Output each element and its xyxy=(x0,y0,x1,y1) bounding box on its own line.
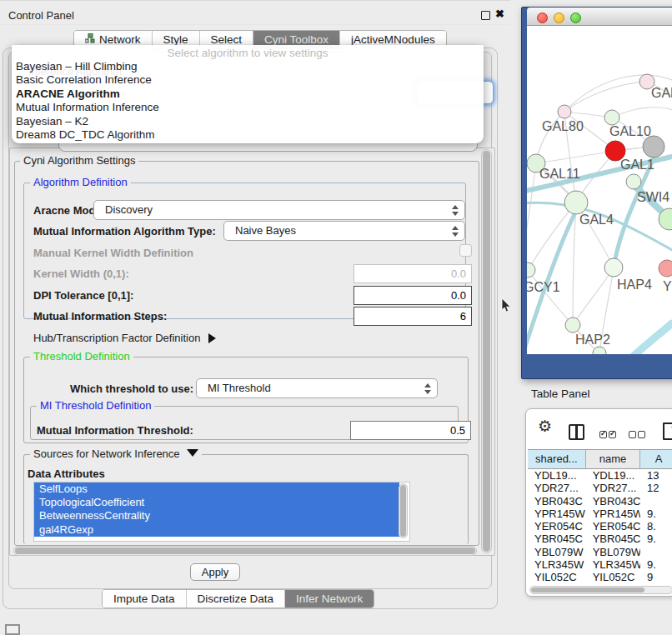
column-header[interactable]: name xyxy=(586,450,640,468)
hub-definition-label: Hub/Transcription Factor Definition xyxy=(33,332,200,344)
column-header[interactable]: shared... xyxy=(528,450,586,468)
node-label: GAL80 xyxy=(542,119,584,133)
network-node-hap2[interactable] xyxy=(565,318,580,332)
table-row[interactable]: YBR045CYBR045C9. xyxy=(528,532,672,545)
dpi-tolerance-input[interactable]: 0.0 xyxy=(354,286,472,305)
mi-steps-input[interactable]: 6 xyxy=(354,307,472,326)
dpi-tolerance-label: DPI Tolerance [0,1]: xyxy=(33,289,133,302)
column-header[interactable]: A xyxy=(640,450,672,468)
split-panel-icon[interactable] xyxy=(569,424,584,440)
manual-kernel-width-checkbox[interactable] xyxy=(459,244,472,257)
collapsed-arrow-icon xyxy=(208,333,216,343)
table-cell: YER054C xyxy=(528,520,586,532)
combo-stepper-icon xyxy=(424,382,431,395)
network-node-gal80[interactable] xyxy=(558,105,571,118)
network-node[interactable] xyxy=(643,136,664,158)
table-cell: YBL079W xyxy=(586,546,640,558)
mi-threshold-definition-label: MI Threshold Definition xyxy=(37,400,154,412)
manual-kernel-width-label: Manual Kernel Width Definition xyxy=(33,247,193,259)
table-horizontal-scrollbar[interactable] xyxy=(529,586,672,594)
table-cell: YBR043C xyxy=(586,495,640,508)
table-row[interactable]: YIL052CYIL052C9 xyxy=(528,571,672,583)
table-row[interactable]: YBL079WYBL079W xyxy=(528,546,672,558)
table-cell: YIL052C xyxy=(528,571,586,583)
table-cell: YDR27... xyxy=(528,482,586,494)
network-canvas[interactable]: GALGAL80GAL10GAL1GAL11SWI4GAL4GCY1HAP4YH… xyxy=(527,26,672,354)
table-cell: YLR345W xyxy=(586,558,640,571)
table-cell: YDL19... xyxy=(528,469,586,482)
minimized-panel-icon[interactable] xyxy=(5,624,20,635)
table-cell: 9. xyxy=(640,508,672,520)
table-cell: 13 xyxy=(640,469,672,482)
node-label: GCY1 xyxy=(527,280,560,294)
float-window-icon[interactable] xyxy=(481,11,490,20)
table-cell: YBL079W xyxy=(528,546,586,558)
export-table-icon[interactable] xyxy=(663,422,672,440)
attributes-scrollbar[interactable] xyxy=(399,483,408,538)
algorithm-option[interactable]: ARACNE Algorithm xyxy=(12,88,484,101)
data-attribute-item[interactable]: gal4RGexp xyxy=(34,523,399,537)
table-row[interactable]: YDL19...YDL19...13 xyxy=(528,469,672,482)
algorithm-option[interactable]: Bayesian – K2 xyxy=(12,115,484,128)
desktop: Control Panel ✖ NetworkStyleSelectCyni T… xyxy=(0,0,672,635)
close-traffic-light-icon[interactable] xyxy=(537,12,548,23)
mi-algorithm-type-combobox[interactable]: Naive Bayes xyxy=(223,221,465,241)
network-node[interactable] xyxy=(593,347,606,354)
table-cell xyxy=(640,546,672,558)
cyni-algorithm-settings-label: Cyni Algorithm Settings xyxy=(20,155,138,167)
data-attribute-item[interactable]: TopologicalCoefficient xyxy=(34,496,399,509)
tab-discretize-data[interactable]: Discretize Data xyxy=(187,590,286,608)
minimize-traffic-light-icon[interactable] xyxy=(554,12,564,23)
table-row[interactable]: YPR145WYPR145W9. xyxy=(528,508,672,520)
table-cell: 9. xyxy=(640,532,672,545)
apply-button[interactable]: Apply xyxy=(190,563,240,581)
kernel-width-input[interactable]: 0.0 xyxy=(354,264,472,283)
settings-vertical-scrollbar[interactable] xyxy=(481,149,492,553)
data-attribute-item[interactable]: BetweennessCentrality xyxy=(34,509,399,522)
cyni-bottom-tabstrip: Impute DataDiscretize DataInfer Network xyxy=(102,589,374,608)
network-graph[interactable]: GALGAL80GAL10GAL1GAL11SWI4GAL4GCY1HAP4YH… xyxy=(527,26,672,354)
sources-toggle[interactable]: Sources for Network Inference xyxy=(30,448,202,460)
network-node-hap4[interactable] xyxy=(604,258,623,277)
table-row[interactable]: YDR27...YDR27...12 xyxy=(528,482,672,494)
zoom-traffic-light-icon[interactable] xyxy=(570,12,581,23)
combo-stepper-icon xyxy=(451,225,459,238)
mi-threshold-input[interactable]: 0.5 xyxy=(350,421,471,440)
gear-icon[interactable]: ⚙ xyxy=(538,417,552,436)
hub-definition-toggle[interactable]: Hub/Transcription Factor Definition xyxy=(33,332,216,344)
settings-horizontal-scrollbar[interactable] xyxy=(13,546,477,556)
table-row[interactable]: YBR043CYBR043C xyxy=(528,495,672,508)
network-node-gal10[interactable] xyxy=(604,110,619,125)
tab-impute-data[interactable]: Impute Data xyxy=(103,590,187,608)
node-label: HAP4 xyxy=(617,278,652,292)
table-row[interactable]: YER054CYER054C8. xyxy=(528,520,672,532)
table-cell: YPR145W xyxy=(528,508,586,520)
data-attributes-list[interactable]: SelfLoopsTopologicalCoefficientBetweenne… xyxy=(33,482,410,542)
algorithm-option[interactable]: Mutual Information Inference xyxy=(12,101,484,114)
network-window-titlebar[interactable] xyxy=(527,8,672,26)
which-threshold-combobox[interactable]: MI Threshold xyxy=(196,378,438,398)
select-all-columns-icon[interactable] xyxy=(599,428,618,441)
node-label: GAL11 xyxy=(539,167,580,181)
table-cell: YER054C xyxy=(586,520,640,532)
unselect-all-columns-icon[interactable] xyxy=(629,428,647,441)
algorithm-option[interactable]: Dream8 DC_TDC Algorithm xyxy=(12,128,484,142)
network-node-y[interactable] xyxy=(659,260,672,277)
which-threshold-value: MI Threshold xyxy=(208,382,271,394)
data-attribute-item[interactable]: SelfLoops xyxy=(34,482,399,496)
table-row[interactable]: YLR345WYLR345W9. xyxy=(528,558,672,571)
threshold-definition-label: Threshold Definition xyxy=(30,351,133,362)
network-node-gal4[interactable] xyxy=(564,191,588,214)
table-cell: YLR345W xyxy=(528,558,586,571)
table-cell: YIL052C xyxy=(586,571,640,583)
close-window-icon[interactable]: ✖ xyxy=(495,8,504,20)
table-cell: 8. xyxy=(640,520,672,532)
table-cell: YBR043C xyxy=(528,495,586,508)
network-node-swi4[interactable] xyxy=(626,174,641,189)
table-cell: 12 xyxy=(640,482,672,494)
table-cell: 9. xyxy=(640,558,672,571)
network-node-gcy1[interactable] xyxy=(527,262,535,278)
mi-threshold-label: Mutual Information Threshold: xyxy=(37,424,193,437)
aracne-mode-combobox[interactable]: Discovery xyxy=(93,200,465,220)
tab-infer-network[interactable]: Infer Network xyxy=(285,590,374,608)
